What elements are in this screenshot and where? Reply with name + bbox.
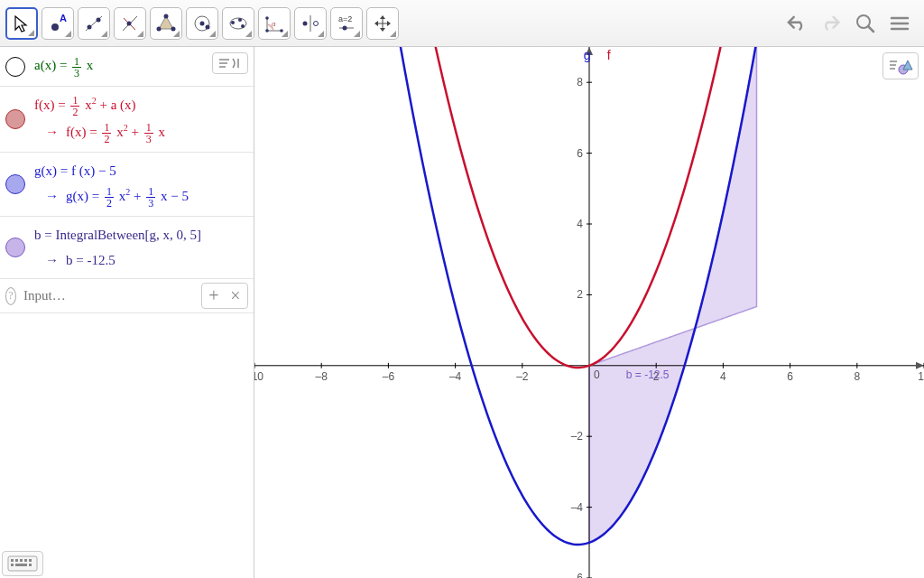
- expr: g(x) = f (x) − 5: [34, 160, 248, 182]
- svg-point-14: [206, 24, 210, 29]
- svg-point-1: [51, 23, 59, 31]
- expr: b = IntegralBetween[g, x, 0, 5]: [34, 224, 248, 246]
- tool-angle[interactable]: α: [258, 7, 291, 40]
- svg-rect-47: [20, 559, 23, 562]
- tool-group: A α a=2: [5, 7, 399, 40]
- visibility-marker[interactable]: [5, 238, 25, 257]
- algebra-item-f[interactable]: f(x) = 12 x2 + a (x) f(x) = 12 x2 + 13 x: [0, 87, 254, 153]
- input-field[interactable]: [23, 288, 194, 303]
- svg-rect-52: [29, 564, 32, 566]
- svg-point-24: [303, 21, 308, 25]
- help-icon[interactable]: ?: [5, 287, 16, 305]
- svg-point-18: [241, 24, 245, 28]
- tool-reflect[interactable]: [294, 7, 327, 40]
- style-bar-button[interactable]: [882, 52, 919, 79]
- svg-rect-45: [11, 559, 14, 562]
- svg-line-32: [868, 26, 873, 32]
- tool-conic[interactable]: [222, 7, 254, 40]
- svg-point-20: [265, 16, 269, 20]
- toolbar-right: [785, 12, 919, 35]
- tool-circle[interactable]: [186, 7, 218, 40]
- svg-point-25: [314, 21, 319, 25]
- svg-point-11: [157, 26, 162, 31]
- visibility-marker[interactable]: [5, 57, 25, 77]
- svg-rect-49: [29, 559, 32, 562]
- tool-move[interactable]: [5, 7, 38, 40]
- tool-move-view[interactable]: [366, 7, 399, 40]
- svg-point-13: [200, 21, 205, 25]
- svg-text:A: A: [60, 13, 67, 23]
- add-input-icon[interactable]: +: [206, 285, 222, 306]
- svg-point-21: [265, 29, 269, 33]
- tool-polygon[interactable]: [150, 7, 182, 40]
- tool-point[interactable]: A: [42, 7, 74, 40]
- svg-rect-48: [24, 559, 27, 562]
- svg-text:α: α: [272, 20, 276, 28]
- redo-button[interactable]: [819, 12, 843, 35]
- algebra-view: a(x) = 13 x f(x) = 12 x2 + a (x) f(x) = …: [0, 47, 254, 578]
- input-row: ? + ×: [0, 279, 254, 313]
- result: b = -12.5: [34, 249, 248, 271]
- tool-slider[interactable]: a=2: [330, 7, 363, 40]
- clear-input-icon[interactable]: ×: [227, 285, 244, 306]
- visibility-marker[interactable]: [5, 174, 25, 194]
- svg-point-9: [164, 14, 169, 18]
- svg-point-7: [127, 21, 132, 25]
- svg-point-10: [171, 26, 176, 31]
- svg-text:a=2: a=2: [338, 14, 352, 23]
- tool-perpendicular[interactable]: [114, 7, 146, 40]
- svg-rect-46: [15, 559, 18, 562]
- svg-rect-51: [15, 564, 27, 566]
- visibility-marker[interactable]: [5, 109, 25, 129]
- tool-line[interactable]: [78, 7, 110, 40]
- svg-point-16: [231, 21, 235, 24]
- expr: a(x) = 13 x: [34, 58, 93, 72]
- menu-button[interactable]: [888, 12, 911, 35]
- svg-point-17: [238, 18, 242, 22]
- toolbar: A α a=2: [0, 0, 924, 47]
- svg-point-28: [343, 25, 347, 30]
- search-button[interactable]: [854, 12, 877, 35]
- sort-button[interactable]: [212, 52, 248, 74]
- svg-point-22: [280, 29, 283, 33]
- svg-rect-50: [11, 564, 14, 566]
- keyboard-button[interactable]: [2, 551, 43, 576]
- svg-point-3: [88, 24, 92, 29]
- algebra-item-b[interactable]: b = IntegralBetween[g, x, 0, 5] b = -12.…: [0, 217, 254, 279]
- svg-point-4: [97, 17, 101, 22]
- undo-button[interactable]: [785, 12, 808, 35]
- algebra-item-g[interactable]: g(x) = f (x) − 5 g(x) = 12 x2 + 13 x − 5: [0, 153, 254, 217]
- plot-canvas[interactable]: [254, 47, 924, 578]
- expr: f(x) = 12 x2 + a (x): [34, 94, 248, 117]
- expanded: f(x) = 12 x2 + 13 x: [34, 121, 248, 144]
- expanded: g(x) = 12 x2 + 13 x − 5: [34, 185, 248, 209]
- graphics-view[interactable]: [254, 47, 924, 578]
